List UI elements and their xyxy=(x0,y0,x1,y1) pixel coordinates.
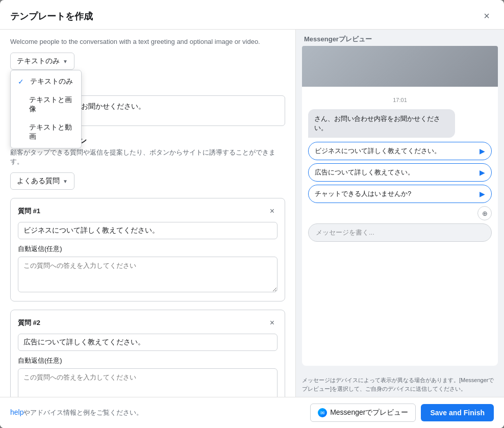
question-2-label: 質問 #2 xyxy=(18,318,40,328)
right-panel: Messengerプレビュー 17:01 さん、お問い合わせ内容をお聞かせくださ… xyxy=(296,30,504,397)
chevron-down-icon: ▼ xyxy=(63,179,68,184)
messenger-preview: 17:01 さん、お問い合わせ内容をお聞かせください。 ビジネスについて詳しく教… xyxy=(296,46,504,372)
check-icon: ✓ xyxy=(18,78,26,86)
messenger-preview-button[interactable]: ✉ Messengerでプレビュー xyxy=(310,404,416,422)
modal-overlay: テンプレートを作成 × Welcome people to the conver… xyxy=(0,0,504,428)
auto-reply-2-label: 自動返信(任意) xyxy=(18,356,278,365)
modal-footer: helpやアドバイス情報と例をご覧ください。 ✉ Messengerでプレビュー… xyxy=(0,397,504,428)
modal-title: テンプレートを作成 xyxy=(10,10,93,22)
dropdown-item-label: テキストと画像 xyxy=(29,95,74,114)
quick-reply-3[interactable]: チャットできる人はいませんか? ▶ xyxy=(308,185,492,203)
dropdown-item-label: テキストと動画 xyxy=(29,123,74,141)
auto-reply-1-label: 自動返信(任意) xyxy=(18,244,278,254)
modal: テンプレートを作成 × Welcome people to the conver… xyxy=(0,0,504,428)
add-btn-row: ⊕ xyxy=(308,206,492,220)
text-type-dropdown[interactable]: テキストのみ ▼ xyxy=(10,53,74,70)
messenger-preview-label: Messengerでプレビュー xyxy=(330,408,408,417)
faq-btn-label: よくある質問 xyxy=(17,177,60,186)
dropdown-menu: ✓ テキストのみ テキストと画像 テキストと動画 xyxy=(10,70,82,148)
chevron-down-icon: ▼ xyxy=(63,59,68,64)
question-2-close-button[interactable]: × xyxy=(267,317,278,329)
preview-note: メッセージはデバイスによって表示が異なる場合があります。[Messengerでプ… xyxy=(296,372,504,397)
footer-right: ✉ Messengerでプレビュー Save and Finish xyxy=(310,404,494,422)
subtitle: Welcome people to the conversation with … xyxy=(10,38,285,45)
close-button[interactable]: × xyxy=(480,8,494,24)
dropdown-item-text-video[interactable]: テキストと動画 xyxy=(11,118,81,146)
question-1-close-button[interactable]: × xyxy=(267,206,278,217)
question-1-input[interactable] xyxy=(18,222,278,239)
preview-header-image xyxy=(302,46,498,87)
dropdown-item-label: テキストのみ xyxy=(30,77,73,86)
footer-help: helpやアドバイス情報と例をご覧ください。 xyxy=(10,408,143,417)
card-header-1: 質問 #1 × xyxy=(18,206,278,217)
arrow-right-icon: ▶ xyxy=(480,168,485,177)
preview-title: Messengerプレビュー xyxy=(296,30,504,46)
question-1-label: 質問 #1 xyxy=(18,207,40,216)
help-link[interactable]: help xyxy=(10,408,23,416)
question-card-2: 質問 #2 × 自動返信(任意) xyxy=(10,310,285,397)
save-finish-button[interactable]: Save and Finish xyxy=(421,404,494,421)
customer-action-desc: 顧客がタップできる質問や返信を提案したり、ボタンからサイトに誘導することができま… xyxy=(10,148,285,166)
quick-reply-3-text: チャットできる人はいませんか? xyxy=(315,189,411,198)
question-cards: 質問 #1 × 自動返信(任意) 質問 #2 × xyxy=(10,198,285,397)
question-2-input[interactable] xyxy=(18,334,278,351)
message-input-placeholder: メッセージを書く... xyxy=(316,228,374,237)
bot-message-bubble: さん、お問い合わせ内容をお聞かせください。 xyxy=(308,109,455,138)
messenger-icon: ✉ xyxy=(318,408,327,417)
auto-reply-2-textarea[interactable] xyxy=(18,368,278,397)
modal-header: テンプレートを作成 × xyxy=(0,0,504,30)
quick-reply-1-text: ビジネスについて詳しく教えてください。 xyxy=(315,146,441,156)
add-circle-button[interactable]: ⊕ xyxy=(477,206,492,220)
dropdown-selected-label: テキストのみ xyxy=(17,57,60,66)
quick-reply-1[interactable]: ビジネスについて詳しく教えてください。 ▶ xyxy=(308,142,492,160)
quick-reply-2[interactable]: 広告について詳しく教えてさい。 ▶ xyxy=(308,163,492,182)
question-card-1: 質問 #1 × 自動返信(任意) xyxy=(10,198,285,301)
faq-dropdown-button[interactable]: よくある質問 ▼ xyxy=(10,172,74,190)
chat-container: 17:01 さん、お問い合わせ内容をお聞かせください。 ビジネスについて詳しく教… xyxy=(302,87,498,366)
auto-reply-1-textarea[interactable] xyxy=(18,257,278,292)
card-header-2: 質問 #2 × xyxy=(18,317,278,329)
dropdown-item-text-only[interactable]: ✓ テキストのみ xyxy=(11,72,81,91)
quick-reply-2-text: 広告について詳しく教えてさい。 xyxy=(315,168,414,177)
time-label: 17:01 xyxy=(308,97,492,103)
message-input-row: メッセージを書く... xyxy=(308,223,492,242)
help-text: やアドバイス情報と例をご覧ください。 xyxy=(23,409,143,416)
left-panel: Welcome people to the conversation with … xyxy=(0,30,296,397)
dropdown-wrapper: テキストのみ ▼ ✓ テキストのみ テキストと画像 xyxy=(10,53,74,70)
arrow-right-icon: ▶ xyxy=(480,147,485,155)
modal-body: Welcome people to the conversation with … xyxy=(0,30,504,397)
arrow-right-icon: ▶ xyxy=(480,190,485,198)
dropdown-item-text-image[interactable]: テキストと画像 xyxy=(11,91,81,118)
